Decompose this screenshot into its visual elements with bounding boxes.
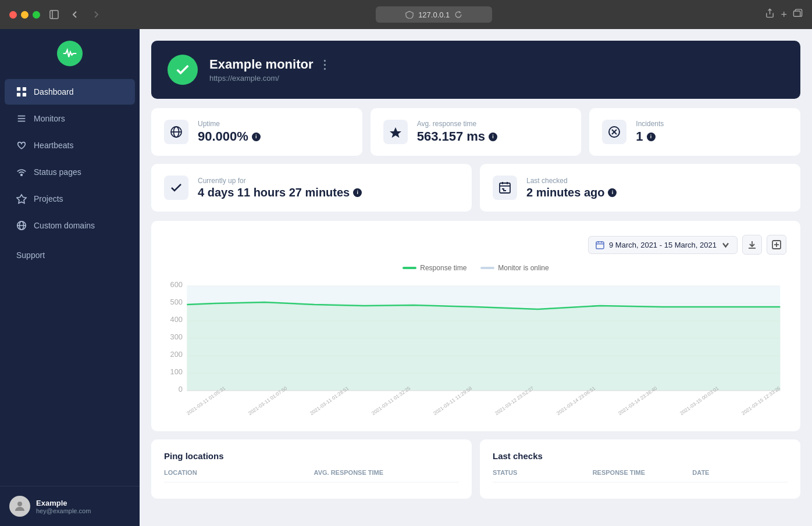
back-button[interactable] [68,8,82,22]
chart-controls: 9 March, 2021 - 15 March, 2021 [165,235,786,255]
user-info: Example hey@example.com [36,499,91,514]
legend-response-time: Response time [403,264,466,272]
svg-rect-0 [50,10,58,19]
incidents-icon [602,120,626,144]
monitor-title: Example monitor ⋮ https://example.com/ [209,57,784,83]
chevron-down-icon [721,241,730,249]
last-checked-label: Last checked [526,177,617,185]
windows-icon[interactable] [793,8,803,21]
incidents-value: 1 i [636,129,664,144]
monitor-url: https://example.com/ [209,74,784,83]
forward-button[interactable] [89,8,103,22]
currently-up-icon [164,176,188,200]
svg-point-15 [17,502,22,506]
incidents-info-badge[interactable]: i [647,133,656,141]
support-label: Support [16,251,45,260]
legend-monitor-online-color [480,267,494,269]
sidebar-item-support[interactable]: Support [5,243,135,267]
sidebar-item-label: Status pages [34,167,81,177]
ping-locations-card: Ping locations Location Avg. response ti… [151,439,472,499]
last-checked-info-badge[interactable]: i [608,188,617,197]
currently-up-info-badge[interactable]: i [353,188,362,197]
tool-icon [16,194,27,204]
sidebar-user: Example hey@example.com [0,486,140,526]
avatar [9,496,30,517]
last-checks-card: Last checks Status Response time Date [480,439,800,499]
response-info-badge[interactable]: i [489,133,497,141]
sidebar-item-label: Monitors [34,114,65,123]
last-checks-title: Last checks [493,451,788,461]
last-checked-icon [493,176,517,200]
sidebar-item-dashboard[interactable]: Dashboard [5,79,135,105]
sidebar-item-projects[interactable]: Projects [5,186,135,212]
sidebar-item-label: Projects [34,194,63,203]
currently-up-label: Currently up for [198,177,362,185]
heart-icon [16,140,27,151]
legend-response-time-label: Response time [420,264,466,272]
svg-rect-2 [793,11,800,16]
download-button[interactable] [742,235,762,255]
checks-col-status: Status [493,469,588,476]
response-time-icon [383,120,408,144]
sidebar-item-label: Heartbeats [34,141,73,150]
date-range-text: 9 March, 2021 - 15 March, 2021 [609,241,717,249]
last-checked-card: Last checked 2 minutes ago i [480,164,800,212]
share-icon[interactable] [765,8,775,21]
incidents-info: Incidents 1 i [636,120,664,144]
uptime-info-badge[interactable]: i [252,133,261,141]
svg-text:100: 100 [170,368,183,376]
svg-rect-4 [23,87,26,91]
uptime-icon [164,120,188,144]
svg-text:0: 0 [179,385,183,393]
sidebar-item-heartbeats[interactable]: Heartbeats [5,133,135,158]
globe-icon [16,220,27,231]
chart-container: 600 500 400 300 200 100 0 [165,280,786,417]
response-time-info: Avg. response time 563.157 ms i [417,120,497,144]
svg-rect-3 [17,87,20,91]
traffic-light-yellow[interactable] [21,11,29,19]
svg-text:600: 600 [170,281,183,289]
user-name: Example [36,499,91,507]
sidebar-toggle-button[interactable] [47,8,61,22]
sidebar-item-status-pages[interactable]: Status pages [5,159,135,185]
monitor-name: Example monitor ⋮ [209,57,784,72]
traffic-light-green[interactable] [33,11,40,19]
checks-table-header: Status Response time Date [493,469,788,482]
svg-marker-51 [187,302,780,391]
svg-point-10 [21,174,23,176]
uptime-card: Uptime 90.000% i [151,108,362,156]
monitor-status-icon [168,55,198,85]
sidebar-item-custom-domains[interactable]: Custom domains [5,213,135,238]
sidebar-item-label: Dashboard [34,87,74,96]
response-time-label: Avg. response time [417,120,497,128]
refresh-icon[interactable] [454,10,462,19]
monitor-options-button[interactable]: ⋮ [319,58,330,71]
uptime-label: Uptime [198,120,261,128]
currently-up-card: Currently up for 4 days 11 hours 27 minu… [151,164,472,212]
traffic-light-red[interactable] [9,11,17,19]
last-checked-info: Last checked 2 minutes ago i [526,177,617,199]
user-email: hey@example.com [36,507,91,514]
calendar-icon [596,241,604,249]
ping-col-location: Location [164,469,309,476]
legend-monitor-online-label: Monitor is online [498,264,549,272]
date-picker[interactable]: 9 March, 2021 - 15 March, 2021 [588,236,738,254]
logo-icon [57,41,83,66]
export-button[interactable] [767,235,786,255]
new-tab-icon[interactable]: + [781,9,787,21]
legend-monitor-online: Monitor is online [480,264,549,272]
stats-row: Uptime 90.000% i Avg. response time [151,108,800,156]
svg-text:500: 500 [170,298,183,306]
ping-locations-title: Ping locations [164,451,459,461]
ping-col-response: Avg. response time [314,469,460,476]
uptime-value: 90.000% i [198,129,261,144]
uptime-info: Uptime 90.000% i [198,120,261,144]
svg-marker-19 [390,127,401,138]
traffic-lights [9,11,40,19]
grid-icon [16,87,27,97]
sidebar-item-monitors[interactable]: Monitors [5,106,135,131]
currently-up-info: Currently up for 4 days 11 hours 27 minu… [198,177,362,199]
main-content: Example monitor ⋮ https://example.com/ U… [140,29,812,526]
response-time-value: 563.157 ms i [417,129,497,144]
list-icon [16,113,27,124]
